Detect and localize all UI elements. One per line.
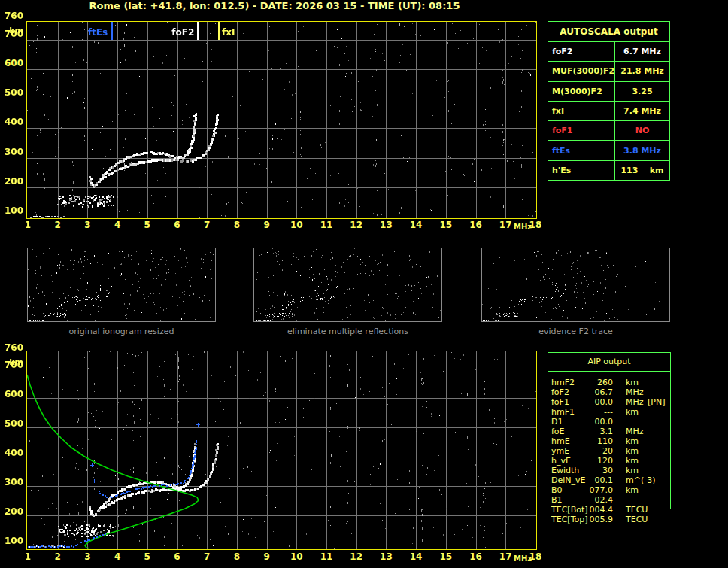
param-value: 7.4 MHz: [615, 106, 669, 116]
aip-param-value: 110: [584, 436, 613, 446]
aip-param-value: 077.0: [584, 485, 613, 495]
aip-row: hmE110km: [551, 436, 670, 446]
marker-ftes-label: ftEs: [80, 28, 108, 38]
y-axis-tick: 500: [0, 419, 23, 429]
x-axis-tick: 1: [18, 552, 38, 562]
x-axis-tick: 8: [227, 552, 247, 562]
x-axis-tick: 5: [138, 220, 157, 230]
x-axis-tick: 7: [197, 552, 217, 562]
marker-fof2-line: [197, 22, 199, 40]
aip-param-unit: km: [626, 436, 639, 446]
x-axis-tick: 13: [376, 220, 396, 230]
aip-row: TEC[Top]005.9TECU: [551, 515, 670, 524]
aip-param-name: TEC[Top]: [551, 515, 588, 524]
aip-param-name: hmE: [551, 436, 570, 446]
aip-row: hmF2260km: [551, 378, 670, 387]
x-axis-tick: 16: [466, 552, 486, 562]
x-axis-tick: 6: [168, 552, 187, 562]
y-axis-tick: 760: [0, 343, 23, 353]
x-axis-tick: 9: [257, 220, 277, 230]
aip-param-unit: km: [626, 446, 639, 456]
param-label: M(3000)F2: [548, 82, 615, 101]
x-axis-tick: 15: [436, 220, 456, 230]
aip-param-extra: [PN]: [648, 397, 665, 407]
aip-row: foF100.0MHz[PN]: [551, 397, 670, 407]
thumbnail-f2-trace-canvas: [482, 248, 669, 321]
marker-fxi-label: fxI: [222, 28, 249, 38]
param-value: NO: [615, 126, 669, 135]
x-axis-tick: 8: [227, 220, 247, 230]
aip-table-header: AIP output: [548, 357, 671, 366]
x-axis-tick: 10: [287, 220, 306, 230]
aip-param-value: 260: [584, 378, 613, 387]
aip-row: hmF1---km: [551, 407, 670, 417]
table-row: MUF(3000)F221.8 MHz: [548, 62, 669, 81]
aip-row: h_vE120km: [551, 456, 670, 466]
aip-param-name: foF1: [551, 397, 569, 407]
param-label: fxI: [548, 102, 615, 120]
y-axis-tick: 600: [0, 390, 23, 399]
aip-row: TEC[Bot]004.4TECU: [551, 505, 670, 515]
aip-param-name: foF2: [551, 387, 569, 397]
aip-param-value: 02.4: [584, 495, 613, 505]
aip-row: foF206.7MHz: [551, 387, 670, 397]
x-axis-tick: 5: [138, 552, 157, 562]
aip-row: foE3.1MHz: [551, 427, 670, 436]
y-axis-tick: 300: [0, 478, 23, 488]
thumbnail-original-canvas: [28, 248, 215, 321]
marker-fxi-line: [218, 22, 220, 40]
aip-param-name: DelN_vE: [551, 475, 585, 485]
x-axis-tick: 3: [77, 220, 97, 230]
x-axis-tick: 12: [347, 220, 366, 230]
autoscala-table-rows: foF26.7 MHzMUF(3000)F221.8 MHzM(3000)F23…: [548, 42, 669, 180]
x-axis-tick: 3: [77, 552, 97, 562]
param-label: ftEs: [548, 141, 615, 159]
aip-row: ymE20km: [551, 446, 670, 456]
param-value: 3.25: [615, 87, 669, 96]
aip-param-value: 06.7: [584, 387, 613, 397]
aip-param-name: D1: [551, 417, 563, 427]
y-axis-tick: 100: [0, 206, 23, 216]
y-axis-tick: 760: [0, 11, 23, 21]
param-value: 113 km: [615, 166, 669, 175]
x-axis-unit: MHz: [514, 554, 532, 563]
autoscala-table-header: AUTOSCALA output: [548, 22, 669, 42]
aip-param-value: 00.1: [584, 475, 613, 485]
aip-row: D100.0: [551, 417, 670, 427]
y-axis-unit: km: [0, 358, 23, 367]
param-value: 21.8 MHz: [615, 66, 669, 76]
aip-param-unit: MHz: [626, 427, 644, 436]
aip-param-unit: TECU: [626, 515, 648, 524]
x-axis-tick: 7: [197, 220, 217, 230]
param-label: MUF(3000)F2: [548, 62, 615, 80]
autoscala-output-table: AUTOSCALA output foF26.7 MHzMUF(3000)F22…: [548, 21, 670, 181]
y-axis-unit: km: [0, 26, 23, 35]
x-axis-tick: 4: [108, 220, 127, 230]
marker-ftes-line: [111, 22, 113, 40]
y-axis-tick: 400: [0, 117, 23, 127]
aip-param-name: TEC[Bot]: [551, 505, 588, 515]
thumbnail-caption: original ionogram resized: [27, 327, 216, 336]
aip-param-value: ---: [584, 407, 613, 417]
thumbnail-caption: eliminate multiple reflections: [253, 327, 442, 336]
y-axis-tick: 400: [0, 448, 23, 458]
param-value: 6.7 MHz: [615, 47, 669, 56]
thumbnail-multiple-reflections-canvas: [254, 248, 441, 321]
x-axis-tick: 16: [466, 220, 486, 230]
aip-row: DelN_vE00.1m^(-3): [551, 475, 670, 485]
x-axis-tick: 2: [48, 220, 68, 230]
y-axis-tick: 500: [0, 88, 23, 98]
x-axis-tick: 17: [496, 220, 515, 230]
aip-row: B102.4: [551, 495, 670, 505]
y-axis-tick: 200: [0, 507, 23, 517]
marker-fof2-label: foF2: [167, 28, 194, 38]
param-label: h'Es: [548, 161, 615, 180]
aip-param-name: h_vE: [551, 456, 571, 466]
x-axis-tick: 6: [168, 220, 187, 230]
aip-header-separator: [548, 371, 670, 372]
aip-row: B0077.0km: [551, 485, 670, 495]
x-axis-tick: 4: [108, 552, 127, 562]
aip-param-unit: km: [626, 466, 639, 475]
x-axis-tick: 9: [257, 552, 277, 562]
table-row: foF26.7 MHz: [548, 42, 669, 62]
